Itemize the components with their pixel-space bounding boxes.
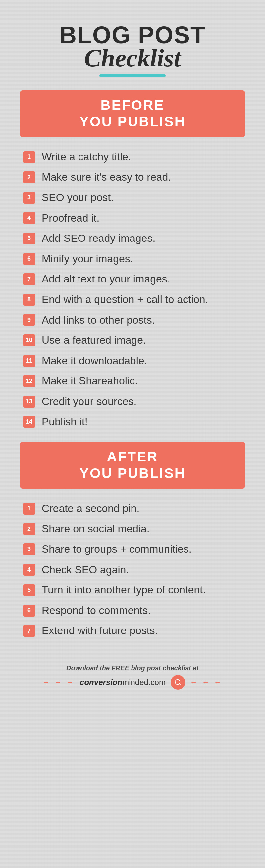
- svg-line-1: [179, 684, 181, 685]
- item-text: Make it downloadable.: [42, 354, 147, 368]
- item-text: Make it Shareaholic.: [42, 374, 138, 388]
- item-text: Create a second pin.: [42, 502, 139, 516]
- item-number: 1: [23, 151, 35, 163]
- item-number: 5: [23, 584, 35, 596]
- item-text: Credit your sources.: [42, 395, 136, 408]
- item-number: 7: [23, 273, 35, 285]
- list-item: 11 Make it downloadable.: [23, 351, 242, 371]
- item-number: 9: [23, 314, 35, 326]
- item-text: Extend with future posts.: [42, 624, 158, 638]
- list-item: 4 Check SEO again.: [23, 560, 242, 580]
- after-checklist: 1 Create a second pin. 2 Share on social…: [20, 498, 245, 641]
- list-item: 7 Extend with future posts.: [23, 621, 242, 641]
- after-section-title: AFTERYOU PUBLISH: [30, 448, 235, 482]
- footer-download-text: Download the FREE blog post checklist at: [20, 664, 245, 672]
- item-number: 12: [23, 375, 35, 387]
- item-number: 2: [23, 172, 35, 183]
- item-number: 4: [23, 564, 35, 576]
- item-number: 7: [23, 625, 35, 637]
- item-text: SEO your post.: [42, 191, 114, 205]
- list-item: 3 Share to groups + communities.: [23, 539, 242, 560]
- item-text: Add SEO ready images.: [42, 231, 155, 245]
- list-item: 6 Respond to comments.: [23, 600, 242, 621]
- item-text: Publish it!: [42, 415, 88, 429]
- list-item: 10 Use a featured image.: [23, 330, 242, 351]
- list-item: 14 Publish it!: [23, 412, 242, 432]
- item-text: Write a catchy title.: [42, 150, 131, 164]
- item-number: 5: [23, 232, 35, 244]
- after-section-header: AFTERYOU PUBLISH: [20, 442, 245, 489]
- item-number: 6: [23, 253, 35, 265]
- svg-point-0: [175, 680, 180, 685]
- before-section-header: BEFOREYOU PUBLISH: [20, 90, 245, 137]
- footer-bottom-row: → → → conversionminded.com ← ← ←: [20, 675, 245, 690]
- item-number: 8: [23, 294, 35, 306]
- list-item: 13 Credit your sources.: [23, 391, 242, 412]
- list-item: 8 End with a question + call to action.: [23, 289, 242, 310]
- item-number: 4: [23, 212, 35, 224]
- item-text: End with a question + call to action.: [42, 293, 208, 307]
- list-item: 3 SEO your post.: [23, 188, 242, 208]
- header: BLOG POST Checklist: [20, 13, 245, 77]
- title-checklist: Checklist: [20, 45, 245, 70]
- item-text: Turn it into another type of content.: [42, 583, 206, 597]
- item-text: Make sure it's easy to read.: [42, 170, 171, 184]
- item-text: Minify your images.: [42, 252, 133, 266]
- item-text: Use a featured image.: [42, 334, 146, 347]
- footer-arrows-left: → → →: [43, 678, 75, 687]
- item-text: Proofread it.: [42, 211, 99, 225]
- list-item: 2 Share on social media.: [23, 519, 242, 539]
- item-text: Check SEO again.: [42, 563, 129, 577]
- list-item: 6 Minify your images.: [23, 249, 242, 269]
- footer: Download the FREE blog post checklist at…: [20, 658, 245, 696]
- page-wrapper: BLOG POST Checklist BEFOREYOU PUBLISH 1 …: [0, 0, 265, 716]
- item-number: 10: [23, 335, 35, 346]
- list-item: 4 Proofread it.: [23, 208, 242, 228]
- list-item: 5 Add SEO ready images.: [23, 228, 242, 249]
- teal-underline-decoration: [99, 74, 166, 77]
- before-checklist: 1 Write a catchy title. 2 Make sure it's…: [20, 147, 245, 432]
- item-text: Respond to comments.: [42, 604, 151, 618]
- item-number: 1: [23, 503, 35, 515]
- list-item: 1 Write a catchy title.: [23, 147, 242, 167]
- item-number: 3: [23, 192, 35, 204]
- item-number: 3: [23, 544, 35, 555]
- item-text: Share to groups + communities.: [42, 542, 192, 556]
- item-text: Share on social media.: [42, 522, 150, 536]
- before-section-title: BEFOREYOU PUBLISH: [30, 97, 235, 130]
- list-item: 2 Make sure it's easy to read.: [23, 167, 242, 188]
- item-number: 2: [23, 523, 35, 535]
- item-text: Add alt text to your images.: [42, 272, 170, 286]
- item-text: Add links to other posts.: [42, 313, 155, 327]
- list-item: 12 Make it Shareaholic.: [23, 371, 242, 391]
- footer-url-bold: conversion: [80, 678, 122, 687]
- item-number: 14: [23, 416, 35, 428]
- list-item: 9 Add links to other posts.: [23, 310, 242, 331]
- footer-icon: [170, 675, 185, 690]
- item-number: 6: [23, 605, 35, 617]
- title-blog-post: BLOG POST: [20, 23, 245, 47]
- item-number: 11: [23, 355, 35, 367]
- footer-url[interactable]: conversionminded.com: [80, 678, 166, 687]
- footer-arrows-right: ← ← ←: [190, 678, 222, 687]
- list-item: 7 Add alt text to your images.: [23, 269, 242, 289]
- list-item: 1 Create a second pin.: [23, 498, 242, 519]
- item-number: 13: [23, 396, 35, 407]
- list-item: 5 Turn it into another type of content.: [23, 580, 242, 600]
